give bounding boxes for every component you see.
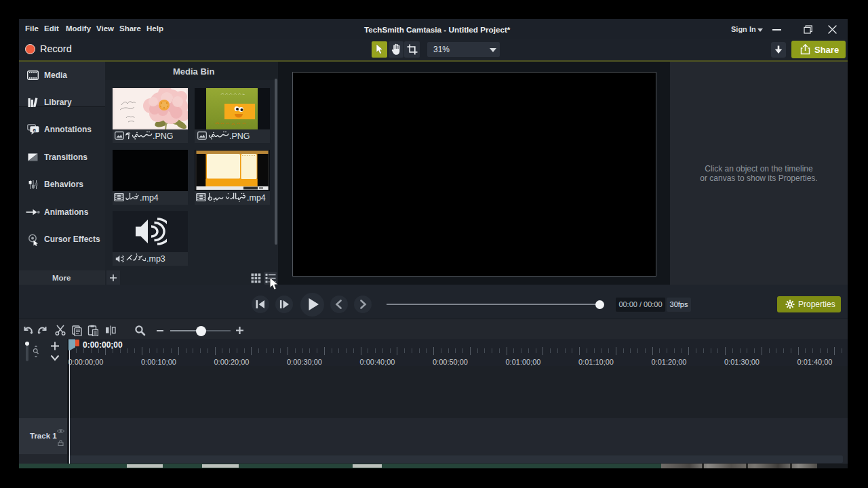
svg-text:a: a bbox=[33, 127, 37, 133]
